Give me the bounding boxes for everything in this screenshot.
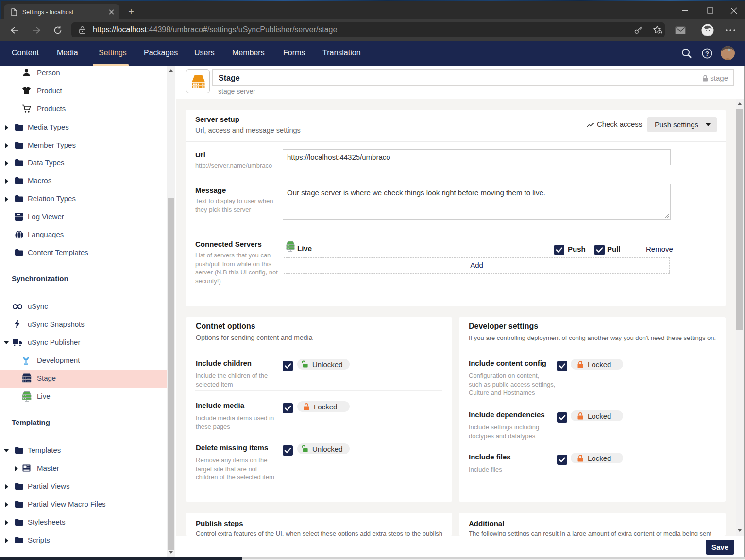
- svg-text:?: ?: [705, 50, 709, 57]
